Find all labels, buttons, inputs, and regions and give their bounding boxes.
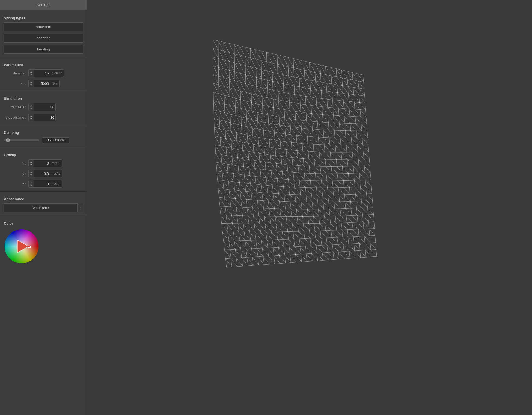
ks-label: ks : [4,82,28,86]
gravity-z-spin[interactable]: ▲▼ [29,180,34,187]
gravity-y-unit: m/s^2 [50,172,62,175]
damping-slider-track[interactable] [4,139,39,141]
gravity-z-value[interactable] [34,181,50,187]
frames-label: frames/s : [4,105,28,109]
steps-input-wrap: ▲▼ [28,114,56,121]
main-canvas [87,0,532,415]
gravity-x-spin[interactable]: ▲▼ [29,160,34,167]
gravity-z-label: z : [4,182,28,186]
ks-value[interactable] [34,81,50,86]
gravity-z-unit: m/s^2 [50,182,62,186]
bending-button[interactable]: bending [4,45,83,54]
gravity-x-row: x : ▲▼ m/s^2 [0,158,87,168]
gravity-label: Gravity [0,151,87,158]
gravity-z-wrap: ▲▼ m/s^2 [28,180,62,188]
divider-1 [0,57,87,57]
frames-spin[interactable]: ▲▼ [29,103,34,111]
shearing-button[interactable]: shearing [4,34,83,43]
frames-value[interactable] [34,104,55,110]
settings-title: Settings [0,0,87,10]
appearance-arrow-button[interactable]: › [78,204,83,212]
cloth-mesh-svg [87,0,532,415]
gravity-y-wrap: ▲▼ m/s^2 [28,170,62,177]
damping-label: Damping [0,129,87,136]
ks-spin[interactable]: ▲▼ [29,80,34,87]
color-label: Color [0,220,87,226]
color-wheel-canvas[interactable] [4,229,39,264]
frames-input-wrap: ▲▼ [28,103,56,111]
appearance-mode-button[interactable]: Wireframe [4,203,78,212]
spring-types-label: Spring types [0,14,87,21]
divider-3 [0,125,87,125]
frames-row: frames/s : ▲▼ [0,102,87,112]
steps-spin[interactable]: ▲▼ [29,114,34,121]
appearance-label: Appearance [0,195,87,202]
density-row: density : ▲▼ g/cm^2 [0,68,87,78]
density-value[interactable] [34,70,50,76]
density-spin[interactable]: ▲▼ [29,70,34,77]
ks-row: ks : ▲▼ N/m [0,78,87,89]
gravity-z-row: z : ▲▼ m/s^2 [0,179,87,189]
density-label: density : [4,71,28,75]
damping-row: 0.200000 % [0,136,87,145]
simulation-label: Simulation [0,95,87,102]
structural-button[interactable]: structural [4,22,83,31]
gravity-x-unit: m/s^2 [50,161,62,165]
gravity-x-value[interactable] [34,160,50,166]
gravity-x-wrap: ▲▼ m/s^2 [28,159,62,167]
damping-value[interactable]: 0.200000 % [42,137,69,143]
gravity-x-label: x : [4,161,28,165]
divider-4 [0,147,87,147]
color-wheel-container[interactable] [4,229,39,264]
ks-unit: N/m [50,82,59,85]
sidebar: Settings Spring types structural shearin… [0,0,87,415]
density-unit: g/cm^2 [50,71,64,75]
divider-5 [0,191,87,192]
divider-2 [0,91,87,91]
damping-slider-thumb[interactable] [6,138,10,142]
steps-value[interactable] [34,115,55,120]
gravity-y-value[interactable] [34,171,50,177]
ks-input-wrap: ▲▼ N/m [28,80,60,87]
divider-6 [0,216,87,216]
appearance-row: Wireframe › [4,203,83,212]
steps-row: steps/frame : ▲▼ [0,112,87,123]
density-input-wrap: ▲▼ g/cm^2 [28,69,64,77]
steps-label: steps/frame : [4,115,28,120]
gravity-y-row: y : ▲▼ m/s^2 [0,168,87,179]
gravity-y-spin[interactable]: ▲▼ [29,170,34,177]
parameters-label: Parameters [0,61,87,68]
gravity-y-label: y : [4,172,28,176]
